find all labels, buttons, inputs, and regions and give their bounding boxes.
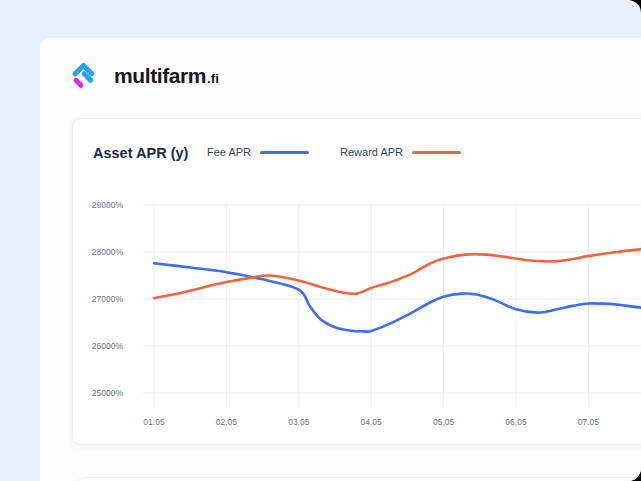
x-tick-label: 06.05 <box>491 417 541 427</box>
y-tick-label: 28000% <box>73 247 123 257</box>
x-tick-label: 01.05 <box>129 417 179 427</box>
content-panel: multifarm .fi Asset APR (y) Fee APRRewar… <box>0 0 641 481</box>
secondary-card-top-edge <box>75 477 641 481</box>
y-tick-label: 26000% <box>73 341 123 351</box>
asset-apr-chart-card: Asset APR (y) Fee APRReward APR 29000%28… <box>72 118 641 445</box>
x-tick-label: 04.05 <box>346 417 396 427</box>
brand-tld: .fi <box>207 71 219 86</box>
multifarm-logo-icon <box>72 60 95 92</box>
y-tick-label: 27000% <box>73 294 123 304</box>
y-tick-label: 25000% <box>73 388 123 398</box>
fee-apr-line <box>154 263 641 331</box>
x-tick-label: 05.05 <box>419 417 469 427</box>
main-card: multifarm .fi Asset APR (y) Fee APRRewar… <box>40 38 641 481</box>
x-tick-label: 02.05 <box>201 417 251 427</box>
brand-logo[interactable]: multifarm .fi <box>72 60 219 92</box>
x-tick-label: 07.05 <box>563 417 613 427</box>
brand-name: multifarm <box>114 64 206 88</box>
apr-line-chart-plot <box>73 119 641 444</box>
y-tick-label: 29000% <box>73 200 123 210</box>
brand-wordmark: multifarm .fi <box>114 64 219 88</box>
x-tick-label: 03.05 <box>274 417 324 427</box>
